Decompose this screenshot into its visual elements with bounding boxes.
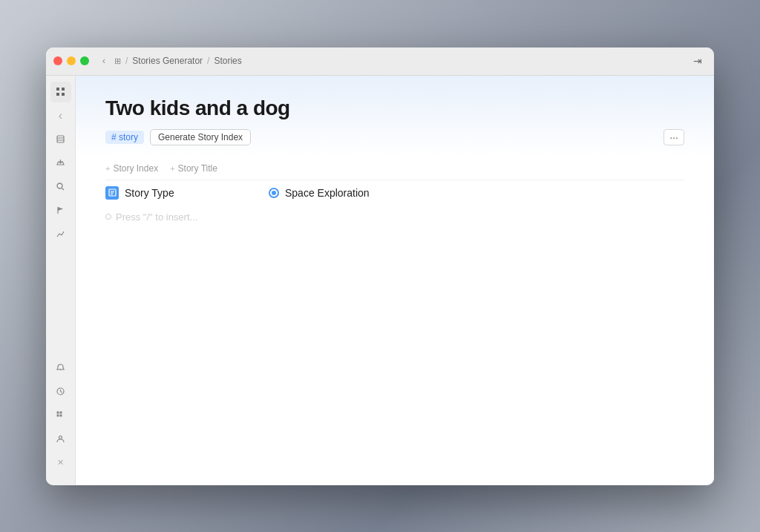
breadcrumb-stories-generator[interactable]: Stories Generator bbox=[132, 56, 203, 66]
window-controls bbox=[53, 56, 89, 65]
sidebar-icon-bell[interactable] bbox=[50, 358, 71, 378]
svg-rect-1 bbox=[62, 88, 65, 91]
svg-line-14 bbox=[61, 392, 62, 393]
column-story-title[interactable]: + Story Title bbox=[170, 163, 217, 174]
maximize-dot[interactable] bbox=[80, 56, 89, 65]
sidebar: ‹ bbox=[46, 76, 76, 485]
svg-rect-17 bbox=[57, 415, 59, 417]
table-header: + Story Index + Story Title bbox=[105, 156, 684, 180]
minimize-dot[interactable] bbox=[67, 56, 76, 65]
sidebar-icon-layers[interactable] bbox=[50, 129, 71, 150]
svg-rect-0 bbox=[56, 88, 59, 91]
svg-rect-2 bbox=[56, 93, 59, 96]
tag-row: # story Generate Story Index ··· bbox=[105, 129, 684, 156]
page-title: Two kids and a dog bbox=[105, 96, 684, 120]
plus-icon-1: + bbox=[105, 164, 110, 173]
content-area: Two kids and a dog # story Generate Stor… bbox=[76, 76, 714, 485]
press-slash-text: Press "/" to insert... bbox=[116, 211, 197, 223]
sidebar-icon-close[interactable]: ✕ bbox=[50, 453, 71, 473]
nav-back-button[interactable]: ‹ bbox=[96, 53, 111, 68]
story-type-icon bbox=[105, 186, 119, 200]
sidebar-icon-chart[interactable] bbox=[50, 224, 71, 245]
plus-icon-2: + bbox=[170, 164, 174, 173]
close-dot[interactable] bbox=[53, 56, 62, 65]
svg-rect-16 bbox=[60, 412, 62, 414]
sidebar-icon-flag[interactable] bbox=[50, 200, 71, 221]
dot-small-icon bbox=[105, 214, 111, 220]
column-story-title-label: Story Title bbox=[178, 163, 217, 174]
content-body: + Story Index + Story Title bbox=[76, 156, 714, 485]
sidebar-icon-search[interactable] bbox=[50, 177, 71, 197]
story-tag[interactable]: # story bbox=[105, 131, 144, 144]
breadcrumb-icon: ⊞ bbox=[114, 56, 121, 66]
titlebar-right: ⇥ bbox=[689, 52, 707, 70]
breadcrumb: ‹ ⊞ / Stories Generator / Stories bbox=[96, 53, 242, 68]
content-header: Two kids and a dog # story Generate Stor… bbox=[76, 76, 714, 156]
sidebar-icon-inbox[interactable] bbox=[50, 153, 71, 174]
generate-story-index-button[interactable]: Generate Story Index bbox=[150, 129, 251, 145]
main-layout: ‹ bbox=[46, 76, 714, 485]
breadcrumb-stories[interactable]: Stories bbox=[214, 56, 241, 66]
column-story-index-label: Story Index bbox=[113, 163, 158, 174]
main-window: ‹ ⊞ / Stories Generator / Stories ⇥ ‹ bbox=[46, 47, 714, 485]
svg-line-9 bbox=[62, 188, 65, 191]
sidebar-icon-clock[interactable] bbox=[50, 381, 71, 402]
story-title-radio[interactable] bbox=[269, 188, 279, 198]
svg-rect-3 bbox=[62, 93, 65, 96]
story-title-text: Space Exploration bbox=[285, 187, 370, 199]
sidebar-bottom: ✕ bbox=[50, 358, 71, 479]
svg-rect-15 bbox=[57, 412, 59, 414]
sidebar-icon-grid2[interactable] bbox=[50, 405, 71, 426]
cell-story-title: Space Exploration bbox=[269, 187, 370, 199]
collapse-sidebar-button[interactable]: ⇥ bbox=[689, 52, 707, 70]
titlebar: ‹ ⊞ / Stories Generator / Stories ⇥ bbox=[46, 47, 714, 76]
sidebar-icon-back[interactable]: ‹ bbox=[50, 105, 71, 126]
story-type-label: Story Type bbox=[125, 187, 174, 199]
svg-rect-4 bbox=[57, 136, 64, 142]
table-row: Story Type Space Exploration bbox=[105, 180, 684, 206]
cell-story-type: Story Type bbox=[105, 186, 269, 200]
svg-point-8 bbox=[57, 183, 62, 188]
svg-rect-18 bbox=[60, 415, 62, 417]
column-story-index[interactable]: + Story Index bbox=[105, 163, 158, 174]
svg-point-19 bbox=[59, 436, 62, 439]
sidebar-icon-grid[interactable] bbox=[50, 82, 71, 102]
more-options-button[interactable]: ··· bbox=[664, 129, 684, 145]
sidebar-icon-person[interactable] bbox=[50, 429, 71, 450]
press-slash-hint[interactable]: Press "/" to insert... bbox=[105, 206, 684, 229]
